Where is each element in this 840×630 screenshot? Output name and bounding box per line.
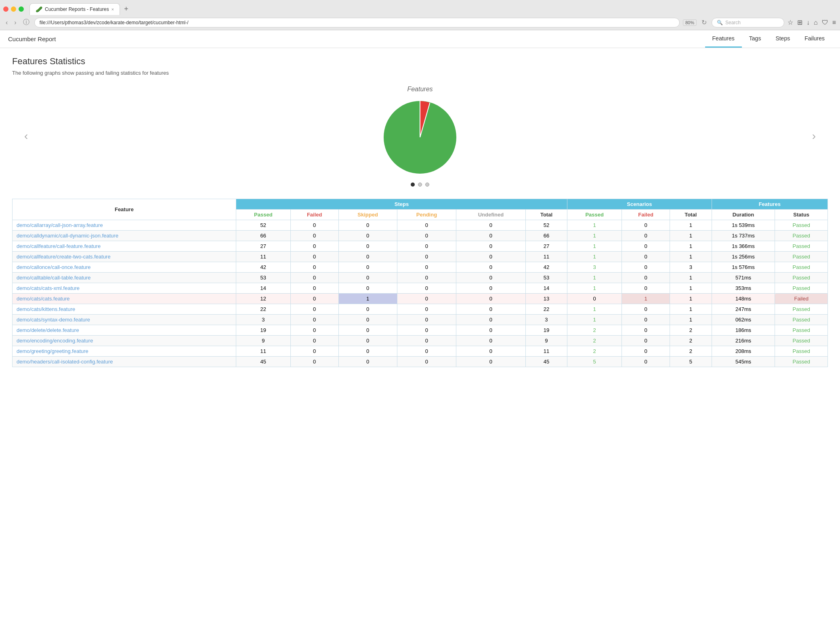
feature-link[interactable]: demo/cats/kittens.feature xyxy=(17,306,75,312)
chart-dot-1[interactable] xyxy=(411,183,415,187)
feature-link[interactable]: demo/callfeature/call-feature.feature xyxy=(17,243,101,249)
steps-passed: 27 xyxy=(236,241,290,252)
steps-total: 19 xyxy=(525,325,567,336)
steps-failed: 0 xyxy=(290,262,338,273)
feature-name[interactable]: demo/cats/cats.feature xyxy=(13,294,236,304)
search-bar[interactable]: 🔍 Search xyxy=(712,18,784,27)
nav-tabs: Features Tags Steps Failures xyxy=(705,30,832,48)
tab-features[interactable]: Features xyxy=(705,30,742,48)
bookmark-icon[interactable]: ☆ xyxy=(788,19,793,26)
sc-total: 5 xyxy=(670,357,712,367)
feature-name[interactable]: demo/cats/syntax-demo.feature xyxy=(13,315,236,325)
menu-icon[interactable]: ≡ xyxy=(832,19,836,26)
tab-steps[interactable]: Steps xyxy=(768,30,797,48)
feature-link[interactable]: demo/calltable/call-table.feature xyxy=(17,275,91,281)
feature-link[interactable]: demo/delete/delete.feature xyxy=(17,327,79,333)
duration: 247ms xyxy=(712,304,775,315)
steps-total: 11 xyxy=(525,346,567,357)
feature-name[interactable]: demo/cats/cats-xml.feature xyxy=(13,283,236,294)
feature-link[interactable]: demo/cats/cats.feature xyxy=(17,296,70,302)
feature-link[interactable]: demo/cats/syntax-demo.feature xyxy=(17,317,90,323)
sc-failed: 1 xyxy=(622,294,670,304)
sc-failed: 0 xyxy=(622,283,670,294)
feature-name[interactable]: demo/encoding/encoding.feature xyxy=(13,336,236,346)
back-button[interactable]: ‹ xyxy=(4,18,9,27)
tab-tags[interactable]: Tags xyxy=(742,30,769,48)
feature-name[interactable]: demo/callfeature/create-two-cats.feature xyxy=(13,252,236,262)
download-icon[interactable]: ↓ xyxy=(806,19,810,26)
reload-button[interactable]: ↻ xyxy=(700,18,708,27)
feature-link[interactable]: demo/encoding/encoding.feature xyxy=(17,338,93,344)
status-badge: Passed xyxy=(775,336,828,346)
steps-passed: 52 xyxy=(236,220,290,231)
sc-passed: 3 xyxy=(567,262,622,273)
steps-pending: 0 xyxy=(397,357,456,367)
steps-undefined: 0 xyxy=(456,252,525,262)
table-row: demo/callfeature/create-two-cats.feature… xyxy=(13,252,828,262)
duration: 062ms xyxy=(712,315,775,325)
duration: 1s 539ms xyxy=(712,220,775,231)
status-badge: Failed xyxy=(775,294,828,304)
tab-close-button[interactable]: × xyxy=(111,7,114,12)
home-icon[interactable]: ⌂ xyxy=(814,19,818,26)
steps-passed: 14 xyxy=(236,283,290,294)
feature-name[interactable]: demo/headers/call-isolated-config.featur… xyxy=(13,357,236,367)
steps-undefined: 0 xyxy=(456,357,525,367)
sc-total: 1 xyxy=(670,252,712,262)
steps-undefined: 0 xyxy=(456,346,525,357)
feature-link[interactable]: demo/greeting/greeting.feature xyxy=(17,348,88,354)
sc-total: 1 xyxy=(670,220,712,231)
duration: 1s 576ms xyxy=(712,262,775,273)
chart-dot-3[interactable] xyxy=(425,183,429,187)
feature-name[interactable]: demo/greeting/greeting.feature xyxy=(13,346,236,357)
status-badge: Passed xyxy=(775,357,828,367)
steps-skipped: 0 xyxy=(338,315,397,325)
feature-name[interactable]: demo/calltable/call-table.feature xyxy=(13,273,236,283)
tab-failures[interactable]: Failures xyxy=(797,30,832,48)
feature-name[interactable]: demo/callfeature/call-feature.feature xyxy=(13,241,236,252)
duration: 216ms xyxy=(712,336,775,346)
status-badge: Passed xyxy=(775,273,828,283)
feature-link[interactable]: demo/cats/cats-xml.feature xyxy=(17,285,80,291)
chart-next-button[interactable]: › xyxy=(812,130,816,143)
url-bar[interactable]: file:///Users/pthomas3/dev/zcode/karate-… xyxy=(34,18,680,27)
duration: 1s 737ms xyxy=(712,231,775,241)
feature-col-header: Feature xyxy=(13,199,236,220)
forward-button[interactable]: › xyxy=(13,18,18,27)
feature-link[interactable]: demo/headers/call-isolated-config.featur… xyxy=(17,359,113,365)
sc-passed: 1 xyxy=(567,231,622,241)
sc-failed: 0 xyxy=(622,273,670,283)
feature-link[interactable]: demo/calldynamic/call-dynamic-json.featu… xyxy=(17,233,118,239)
feature-name[interactable]: demo/delete/delete.feature xyxy=(13,325,236,336)
app-nav: Cucumber Report Features Tags Steps Fail… xyxy=(0,30,840,48)
steps-total: 22 xyxy=(525,304,567,315)
close-window-button[interactable] xyxy=(3,6,8,12)
shield-icon[interactable]: 🛡 xyxy=(822,19,828,26)
minimize-window-button[interactable] xyxy=(11,6,16,12)
feature-name[interactable]: demo/cats/kittens.feature xyxy=(13,304,236,315)
sc-failed: 0 xyxy=(622,325,670,336)
chart-dot-2[interactable] xyxy=(418,183,422,187)
steps-skipped: 0 xyxy=(338,252,397,262)
window-controls xyxy=(3,6,24,12)
new-tab-button[interactable]: + xyxy=(122,4,131,14)
page-title: Features Statistics xyxy=(12,56,828,67)
steps-skipped: 0 xyxy=(338,262,397,273)
sc-passed: 1 xyxy=(567,304,622,315)
reader-icon[interactable]: ⊞ xyxy=(797,19,802,26)
steps-total: 13 xyxy=(525,294,567,304)
feature-link[interactable]: demo/callfeature/create-two-cats.feature xyxy=(17,254,111,260)
active-tab[interactable]: 🥒 Cucumber Reports - Features × xyxy=(29,3,120,15)
sc-total: 2 xyxy=(670,325,712,336)
sc-passed: 1 xyxy=(567,252,622,262)
feature-name[interactable]: demo/callarray/call-json-array.feature xyxy=(13,220,236,231)
chart-prev-button[interactable]: ‹ xyxy=(24,130,28,143)
feature-link[interactable]: demo/callarray/call-json-array.feature xyxy=(17,222,103,228)
chart-inner: Features xyxy=(380,86,460,187)
sc-total: 3 xyxy=(670,262,712,273)
maximize-window-button[interactable] xyxy=(19,6,24,12)
steps-total: 3 xyxy=(525,315,567,325)
feature-link[interactable]: demo/callonce/call-once.feature xyxy=(17,264,91,270)
feature-name[interactable]: demo/callonce/call-once.feature xyxy=(13,262,236,273)
feature-name[interactable]: demo/calldynamic/call-dynamic-json.featu… xyxy=(13,231,236,241)
